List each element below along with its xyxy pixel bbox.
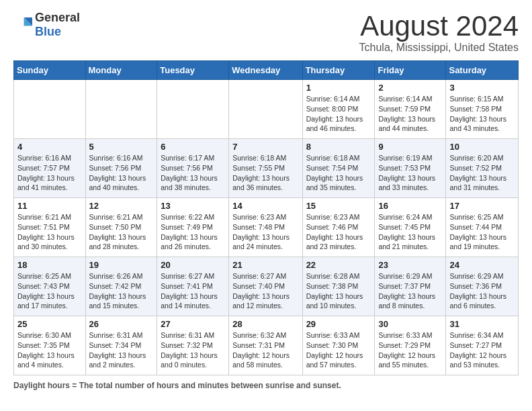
- calendar-table: SundayMondayTuesdayWednesdayThursdayFrid…: [13, 60, 519, 375]
- calendar-cell: 26Sunrise: 6:31 AM Sunset: 7:34 PM Dayli…: [85, 316, 157, 375]
- calendar-cell: 31Sunrise: 6:34 AM Sunset: 7:27 PM Dayli…: [446, 316, 519, 375]
- day-info: Sunrise: 6:27 AM Sunset: 7:41 PM Dayligh…: [161, 271, 225, 311]
- day-info: Sunrise: 6:33 AM Sunset: 7:29 PM Dayligh…: [378, 330, 442, 370]
- calendar-cell: 28Sunrise: 6:32 AM Sunset: 7:31 PM Dayli…: [229, 316, 302, 375]
- day-number: 31: [449, 319, 515, 329]
- day-number: 11: [17, 201, 82, 211]
- day-number: 20: [161, 260, 225, 270]
- day-number: 1: [306, 83, 371, 93]
- day-info: Sunrise: 6:25 AM Sunset: 7:44 PM Dayligh…: [449, 212, 515, 252]
- calendar-cell: 30Sunrise: 6:33 AM Sunset: 7:29 PM Dayli…: [375, 316, 446, 375]
- logo-general: General: [35, 11, 80, 24]
- day-info: Sunrise: 6:27 AM Sunset: 7:40 PM Dayligh…: [232, 271, 298, 311]
- calendar-week-row: 11Sunrise: 6:21 AM Sunset: 7:51 PM Dayli…: [14, 198, 519, 257]
- footer-desc: = The total number of hours and minutes …: [72, 381, 341, 390]
- logo-blue: Blue: [35, 25, 61, 38]
- day-number: 23: [378, 260, 442, 270]
- calendar-cell: 3Sunrise: 6:15 AM Sunset: 7:58 PM Daylig…: [446, 80, 519, 139]
- day-number: 12: [89, 201, 154, 211]
- calendar-cell: 5Sunrise: 6:16 AM Sunset: 7:56 PM Daylig…: [85, 139, 157, 198]
- day-info: Sunrise: 6:29 AM Sunset: 7:37 PM Dayligh…: [378, 271, 442, 311]
- day-info: Sunrise: 6:24 AM Sunset: 7:45 PM Dayligh…: [378, 212, 442, 252]
- day-number: 16: [378, 201, 442, 211]
- day-info: Sunrise: 6:28 AM Sunset: 7:38 PM Dayligh…: [306, 271, 371, 311]
- day-info: Sunrise: 6:26 AM Sunset: 7:42 PM Dayligh…: [89, 271, 154, 311]
- column-header-tuesday: Tuesday: [157, 61, 229, 80]
- day-info: Sunrise: 6:31 AM Sunset: 7:34 PM Dayligh…: [89, 330, 154, 370]
- logo-text: General Blue: [35, 11, 80, 39]
- day-number: 28: [232, 319, 298, 329]
- column-header-monday: Monday: [85, 61, 157, 80]
- day-info: Sunrise: 6:14 AM Sunset: 8:00 PM Dayligh…: [306, 94, 371, 134]
- calendar-header-row: SundayMondayTuesdayWednesdayThursdayFrid…: [14, 61, 519, 80]
- subtitle: Tchula, Mississippi, United States: [359, 42, 519, 54]
- day-info: Sunrise: 6:17 AM Sunset: 7:56 PM Dayligh…: [161, 153, 225, 193]
- day-number: 6: [161, 142, 225, 152]
- day-info: Sunrise: 6:16 AM Sunset: 7:57 PM Dayligh…: [17, 153, 82, 193]
- day-number: 21: [232, 260, 298, 270]
- calendar-week-row: 25Sunrise: 6:30 AM Sunset: 7:35 PM Dayli…: [14, 316, 519, 375]
- calendar-cell: [157, 80, 229, 139]
- day-info: Sunrise: 6:32 AM Sunset: 7:31 PM Dayligh…: [232, 330, 298, 370]
- day-number: 8: [306, 142, 371, 152]
- day-number: 24: [449, 260, 515, 270]
- day-number: 13: [161, 201, 225, 211]
- day-number: 29: [306, 319, 371, 329]
- day-number: 22: [306, 260, 371, 270]
- footer-note: Daylight hours = The total number of hou…: [13, 381, 519, 390]
- calendar-cell: 20Sunrise: 6:27 AM Sunset: 7:41 PM Dayli…: [157, 257, 229, 316]
- day-number: 19: [89, 260, 154, 270]
- calendar-cell: 1Sunrise: 6:14 AM Sunset: 8:00 PM Daylig…: [302, 80, 375, 139]
- day-info: Sunrise: 6:20 AM Sunset: 7:52 PM Dayligh…: [449, 153, 515, 193]
- calendar-cell: 18Sunrise: 6:25 AM Sunset: 7:43 PM Dayli…: [14, 257, 86, 316]
- day-info: Sunrise: 6:18 AM Sunset: 7:54 PM Dayligh…: [306, 153, 371, 193]
- calendar-cell: 8Sunrise: 6:18 AM Sunset: 7:54 PM Daylig…: [302, 139, 375, 198]
- day-info: Sunrise: 6:29 AM Sunset: 7:36 PM Dayligh…: [449, 271, 515, 311]
- calendar-cell: 19Sunrise: 6:26 AM Sunset: 7:42 PM Dayli…: [85, 257, 157, 316]
- generalblue-icon: [13, 15, 32, 34]
- calendar-cell: 12Sunrise: 6:21 AM Sunset: 7:50 PM Dayli…: [85, 198, 157, 257]
- day-info: Sunrise: 6:25 AM Sunset: 7:43 PM Dayligh…: [17, 271, 82, 311]
- day-info: Sunrise: 6:21 AM Sunset: 7:50 PM Dayligh…: [89, 212, 154, 252]
- column-header-wednesday: Wednesday: [229, 61, 302, 80]
- day-info: Sunrise: 6:23 AM Sunset: 7:48 PM Dayligh…: [232, 212, 298, 252]
- column-header-sunday: Sunday: [14, 61, 86, 80]
- day-number: 14: [232, 201, 298, 211]
- calendar-cell: 16Sunrise: 6:24 AM Sunset: 7:45 PM Dayli…: [375, 198, 446, 257]
- day-info: Sunrise: 6:31 AM Sunset: 7:32 PM Dayligh…: [161, 330, 225, 370]
- calendar-cell: 4Sunrise: 6:16 AM Sunset: 7:57 PM Daylig…: [14, 139, 86, 198]
- calendar-cell: 17Sunrise: 6:25 AM Sunset: 7:44 PM Dayli…: [446, 198, 519, 257]
- calendar-cell: 13Sunrise: 6:22 AM Sunset: 7:49 PM Dayli…: [157, 198, 229, 257]
- calendar-cell: 7Sunrise: 6:18 AM Sunset: 7:55 PM Daylig…: [229, 139, 302, 198]
- calendar-cell: 27Sunrise: 6:31 AM Sunset: 7:32 PM Dayli…: [157, 316, 229, 375]
- calendar-cell: [14, 80, 86, 139]
- day-number: 17: [449, 201, 515, 211]
- day-info: Sunrise: 6:15 AM Sunset: 7:58 PM Dayligh…: [449, 94, 515, 134]
- calendar-cell: 25Sunrise: 6:30 AM Sunset: 7:35 PM Dayli…: [14, 316, 86, 375]
- day-info: Sunrise: 6:22 AM Sunset: 7:49 PM Dayligh…: [161, 212, 225, 252]
- day-number: 3: [449, 83, 515, 93]
- day-number: 5: [89, 142, 154, 152]
- calendar-cell: 10Sunrise: 6:20 AM Sunset: 7:52 PM Dayli…: [446, 139, 519, 198]
- calendar-cell: 23Sunrise: 6:29 AM Sunset: 7:37 PM Dayli…: [375, 257, 446, 316]
- calendar-cell: 22Sunrise: 6:28 AM Sunset: 7:38 PM Dayli…: [302, 257, 375, 316]
- logo: General Blue: [13, 11, 80, 39]
- calendar-cell: 11Sunrise: 6:21 AM Sunset: 7:51 PM Dayli…: [14, 198, 86, 257]
- calendar-week-row: 18Sunrise: 6:25 AM Sunset: 7:43 PM Dayli…: [14, 257, 519, 316]
- day-info: Sunrise: 6:34 AM Sunset: 7:27 PM Dayligh…: [449, 330, 515, 370]
- calendar-week-row: 1Sunrise: 6:14 AM Sunset: 8:00 PM Daylig…: [14, 80, 519, 139]
- calendar-cell: 9Sunrise: 6:19 AM Sunset: 7:53 PM Daylig…: [375, 139, 446, 198]
- calendar-cell: [229, 80, 302, 139]
- day-info: Sunrise: 6:19 AM Sunset: 7:53 PM Dayligh…: [378, 153, 442, 193]
- column-header-saturday: Saturday: [446, 61, 519, 80]
- column-header-friday: Friday: [375, 61, 446, 80]
- day-number: 10: [449, 142, 515, 152]
- calendar-cell: 2Sunrise: 6:14 AM Sunset: 7:59 PM Daylig…: [375, 80, 446, 139]
- day-info: Sunrise: 6:16 AM Sunset: 7:56 PM Dayligh…: [89, 153, 154, 193]
- day-info: Sunrise: 6:23 AM Sunset: 7:46 PM Dayligh…: [306, 212, 371, 252]
- main-title: August 2024: [359, 11, 519, 42]
- day-number: 25: [17, 319, 82, 329]
- day-info: Sunrise: 6:14 AM Sunset: 7:59 PM Dayligh…: [378, 94, 442, 134]
- column-header-thursday: Thursday: [302, 61, 375, 80]
- calendar-cell: 15Sunrise: 6:23 AM Sunset: 7:46 PM Dayli…: [302, 198, 375, 257]
